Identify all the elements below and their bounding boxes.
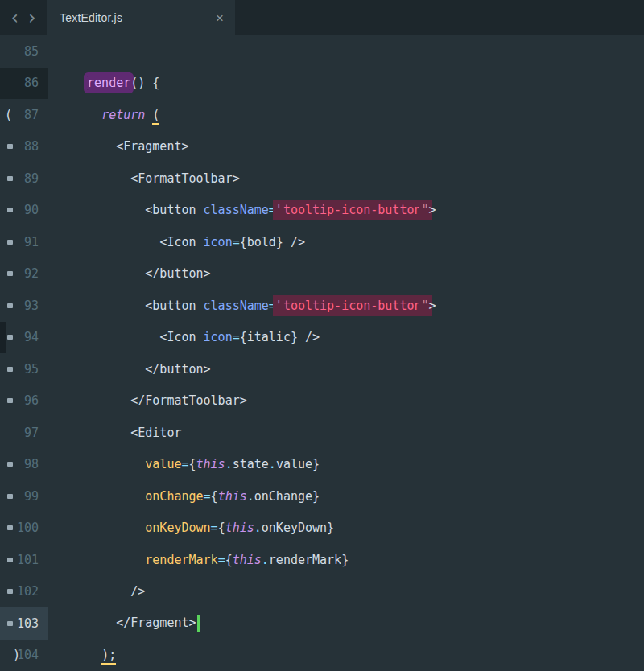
code-text: </FormatToolbar> bbox=[48, 393, 247, 408]
modified-line-marker-icon bbox=[7, 589, 13, 594]
code-token: } bbox=[312, 457, 320, 471]
code-line[interactable]: 96 </FormatToolbar> bbox=[0, 385, 644, 418]
line-gutter[interactable]: 94 bbox=[0, 322, 48, 354]
line-gutter[interactable]: 101 bbox=[0, 544, 48, 576]
code-text: <Editor bbox=[48, 426, 181, 440]
line-gutter[interactable]: 85 bbox=[0, 35, 48, 68]
line-number: 86 bbox=[24, 76, 39, 90]
line-gutter[interactable]: 103 bbox=[0, 607, 48, 640]
code-text: <Fragment> bbox=[48, 139, 189, 154]
line-gutter[interactable]: 100 bbox=[0, 513, 48, 545]
line-gutter[interactable]: 97 bbox=[0, 417, 48, 449]
gutter-edge-marker bbox=[0, 322, 6, 354]
line-number: 102 bbox=[17, 584, 39, 599]
code-token bbox=[72, 76, 87, 90]
line-gutter[interactable]: 88 bbox=[0, 131, 48, 163]
string-token: tooltip-icon-button bbox=[283, 298, 422, 313]
code-line[interactable]: 98 value={this.state.value} bbox=[0, 449, 644, 481]
code-token: ); bbox=[101, 648, 116, 665]
code-line[interactable]: 101 renderMark={this.renderMark} bbox=[0, 544, 644, 576]
line-number: 96 bbox=[24, 393, 39, 408]
text-cursor bbox=[197, 615, 200, 632]
line-gutter[interactable]: 86 bbox=[0, 68, 48, 100]
code-line[interactable]: 91 <Icon icon={bold} /> bbox=[0, 226, 644, 258]
line-number: 85 bbox=[24, 44, 39, 59]
tab-bar-empty-area bbox=[235, 0, 644, 35]
modified-line-marker-icon bbox=[7, 176, 13, 181]
code-token: . bbox=[254, 521, 262, 535]
code-line[interactable]: 100 onKeyDown={this.onKeyDown} bbox=[0, 513, 644, 545]
back-icon[interactable]: ‹ bbox=[10, 2, 19, 34]
code-token: } bbox=[312, 489, 320, 504]
code-text: <button className="tooltip-icon-button"> bbox=[48, 298, 436, 313]
line-gutter[interactable]: 93 bbox=[0, 290, 48, 322]
line-number: 91 bbox=[24, 235, 39, 249]
code-line[interactable]: 93 <button className="tooltip-icon-butto… bbox=[0, 290, 644, 322]
line-gutter[interactable]: 99 bbox=[0, 480, 48, 513]
code-line[interactable]: 90 <button className="tooltip-icon-butto… bbox=[0, 195, 644, 227]
line-number: 94 bbox=[24, 330, 39, 344]
line-number: 92 bbox=[24, 266, 39, 281]
code-line[interactable]: 99 onChange={this.onChange} bbox=[0, 480, 644, 513]
code-token: () { bbox=[130, 76, 159, 90]
code-text: ); bbox=[48, 648, 116, 662]
code-token bbox=[72, 615, 116, 630]
string-token: " bbox=[276, 298, 283, 313]
code-line[interactable]: 92 </button> bbox=[0, 258, 644, 290]
code-token: = bbox=[181, 457, 188, 471]
tab-texteditor-js[interactable]: TextEditor.js × bbox=[47, 0, 235, 35]
modified-line-marker-icon bbox=[7, 240, 13, 245]
code-token: this bbox=[225, 521, 254, 535]
code-line[interactable]: 102 /> bbox=[0, 576, 644, 608]
forward-icon[interactable]: › bbox=[28, 2, 36, 34]
line-gutter[interactable]: (87 bbox=[0, 99, 48, 131]
editor-window: ‹ › TextEditor.js × 8586 render() {(87 r… bbox=[0, 0, 644, 671]
code-text: onChange={this.onChange} bbox=[48, 489, 320, 504]
line-number: 100 bbox=[17, 521, 39, 535]
code-text: return ( bbox=[48, 108, 159, 122]
code-token: value bbox=[276, 457, 312, 471]
code-text: render() { bbox=[48, 76, 159, 90]
code-token: </FormatToolbar> bbox=[130, 393, 247, 408]
code-line[interactable]: 97 <Editor bbox=[0, 417, 644, 449]
code-token: } bbox=[327, 521, 334, 535]
code-token: this bbox=[233, 553, 262, 567]
line-gutter[interactable]: 96 bbox=[0, 385, 48, 418]
code-token: = bbox=[233, 235, 240, 249]
code-token bbox=[72, 362, 145, 377]
nav-controls: ‹ › bbox=[0, 0, 47, 35]
line-gutter[interactable]: 98 bbox=[0, 449, 48, 481]
code-token: className bbox=[204, 203, 269, 217]
code-token: </button> bbox=[145, 362, 210, 377]
code-line[interactable]: (87 return ( bbox=[0, 99, 644, 131]
modified-line-marker-icon bbox=[7, 558, 13, 562]
code-line[interactable]: 103 </Fragment> bbox=[0, 607, 644, 640]
line-number: 90 bbox=[24, 203, 39, 217]
code-token: icon bbox=[204, 330, 233, 344]
code-line[interactable]: 88 <Fragment> bbox=[0, 131, 644, 163]
line-gutter[interactable]: 91 bbox=[0, 226, 48, 258]
code-text: value={this.state.value} bbox=[48, 457, 320, 471]
line-gutter[interactable]: 102 bbox=[0, 576, 48, 608]
code-line[interactable]: 86 render() { bbox=[0, 68, 644, 100]
code-token: renderMark bbox=[269, 553, 341, 567]
code-token: { bbox=[189, 457, 196, 471]
line-gutter[interactable]: )104 bbox=[0, 640, 48, 671]
code-token: this bbox=[218, 489, 247, 504]
line-gutter[interactable]: 89 bbox=[0, 163, 48, 195]
code-line[interactable]: 94 <Icon icon={italic} /> bbox=[0, 322, 644, 354]
code-line[interactable]: 95 </button> bbox=[0, 353, 644, 385]
line-gutter[interactable]: 92 bbox=[0, 258, 48, 290]
modified-line-marker-icon bbox=[7, 525, 13, 530]
code-token: <button bbox=[145, 298, 203, 313]
line-gutter[interactable]: 90 bbox=[0, 195, 48, 227]
line-gutter[interactable]: 95 bbox=[0, 353, 48, 385]
close-icon[interactable]: × bbox=[216, 11, 224, 25]
line-number: 93 bbox=[24, 298, 39, 313]
modified-line-marker-icon bbox=[7, 144, 13, 149]
code-text: <FormatToolbar> bbox=[48, 171, 240, 186]
code-token bbox=[72, 393, 130, 408]
code-line[interactable]: 85 bbox=[0, 35, 644, 68]
code-line[interactable]: )104 ); bbox=[0, 640, 644, 671]
code-line[interactable]: 89 <FormatToolbar> bbox=[0, 163, 644, 195]
